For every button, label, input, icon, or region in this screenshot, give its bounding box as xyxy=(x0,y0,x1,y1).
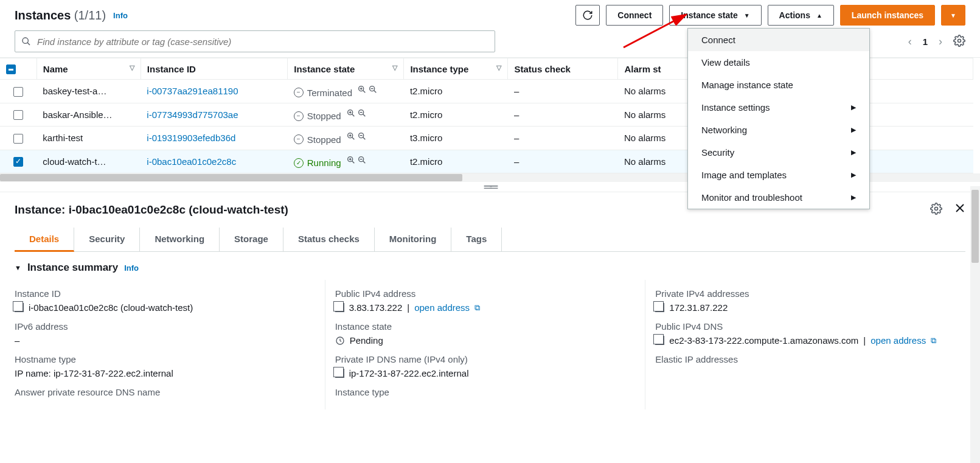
actions-menu-item-networking[interactable]: Networking▶ xyxy=(688,119,869,141)
launch-instances-button[interactable]: Launch instances xyxy=(840,5,935,26)
cell-name: baskar-Ansible… xyxy=(36,103,141,127)
svg-line-8 xyxy=(374,90,376,92)
instance-id-link[interactable]: i-07734993d775703ae xyxy=(147,110,238,120)
state-icon: ✓ xyxy=(294,158,304,168)
svg-line-1 xyxy=(27,43,30,45)
cell-name: cloud-watch-t… xyxy=(36,150,141,173)
vertical-scrollbar[interactable] xyxy=(970,186,980,463)
row-checkbox[interactable] xyxy=(13,87,23,97)
refresh-button[interactable] xyxy=(575,5,600,26)
actions-menu-item-security[interactable]: Security▶ xyxy=(688,141,869,164)
cell-type: t2.micro xyxy=(404,103,508,127)
menu-item-label: Instance settings xyxy=(701,102,770,113)
header-checkbox[interactable] xyxy=(6,64,16,74)
tab-tags[interactable]: Tags xyxy=(451,228,502,251)
sort-icon: ▽ xyxy=(130,64,134,72)
col-header-check[interactable] xyxy=(0,58,36,80)
tab-storage[interactable]: Storage xyxy=(220,228,283,251)
sep: | xyxy=(863,335,866,346)
actions-menu-item-monitor-and-troubleshoot[interactable]: Monitor and troubleshoot▶ xyxy=(688,186,869,209)
tab-monitoring[interactable]: Monitoring xyxy=(375,228,451,251)
col-type-label: Instance type xyxy=(410,64,468,74)
details-title: Instance: i-0bac10ea01c0e2c8c (cloud-wat… xyxy=(15,197,288,223)
actions-button[interactable]: Actions ▲ xyxy=(768,5,834,26)
svg-line-22 xyxy=(363,137,365,139)
page-title: Instances (1/11) xyxy=(15,9,106,23)
state-filter-icons[interactable] xyxy=(346,155,367,165)
field-hostname-type-value: IP name: ip-172-31-87-222.ec2.internal xyxy=(15,368,315,378)
menu-item-label: View details xyxy=(701,57,750,68)
cell-status: – xyxy=(508,80,618,103)
scrollbar-thumb[interactable] xyxy=(0,174,462,181)
col-header-status[interactable]: Status check xyxy=(508,58,618,80)
open-address-link[interactable]: open address xyxy=(414,302,470,313)
tab-details[interactable]: Details xyxy=(15,228,74,252)
tab-status-checks[interactable]: Status checks xyxy=(283,228,375,251)
pager-next[interactable]: › xyxy=(939,35,942,48)
instance-id-link[interactable]: i-00737aa291ea81190 xyxy=(147,86,238,96)
search-icon xyxy=(21,37,31,46)
col-header-type[interactable]: Instance type▽ xyxy=(404,58,508,80)
tab-networking[interactable]: Networking xyxy=(140,228,220,251)
actions-menu-item-connect[interactable]: Connect xyxy=(688,29,869,51)
field-instance-state-value: Pending xyxy=(335,335,636,346)
row-checkbox[interactable] xyxy=(13,134,23,144)
pending-icon xyxy=(335,336,345,346)
caret-down-icon: ▼ xyxy=(744,12,750,19)
submenu-caret-icon: ▶ xyxy=(851,171,856,179)
sort-icon: ▽ xyxy=(392,64,397,72)
summary-columns: Instance ID i-0bac10ea01c0e2c8c (cloud-w… xyxy=(15,280,965,409)
state-badge: − Terminated xyxy=(294,88,352,98)
caret-down-icon: ▼ xyxy=(950,12,956,19)
copy-icon[interactable] xyxy=(15,303,24,312)
cell-name: baskey-test-a… xyxy=(36,80,141,103)
pager: ‹ 1 › xyxy=(908,35,965,49)
details-settings-button[interactable] xyxy=(930,203,942,218)
settings-button[interactable] xyxy=(953,35,965,49)
sort-icon: ▽ xyxy=(496,64,501,72)
pager-prev[interactable]: ‹ xyxy=(908,35,912,48)
actions-menu-item-manage-instance-state[interactable]: Manage instance state xyxy=(688,74,869,96)
public-ipv4-text: 3.83.173.222 xyxy=(349,302,403,313)
state-filter-icons[interactable] xyxy=(346,108,367,118)
actions-menu-item-instance-settings[interactable]: Instance settings▶ xyxy=(688,96,869,119)
actions-menu: ConnectView detailsManage instance state… xyxy=(687,28,870,209)
actions-menu-item-image-and-templates[interactable]: Image and templates▶ xyxy=(688,164,869,186)
state-filter-icons[interactable] xyxy=(357,85,378,94)
summary-info-link[interactable]: Info xyxy=(124,263,139,273)
menu-item-label: Image and templates xyxy=(701,170,787,180)
col-header-id[interactable]: Instance ID xyxy=(141,58,287,80)
row-checkbox[interactable] xyxy=(13,157,23,167)
copy-icon[interactable] xyxy=(655,336,664,345)
instance-id-link[interactable]: i-019319903efedb36d xyxy=(147,133,235,143)
sep: | xyxy=(407,302,409,313)
open-address-link-2[interactable]: open address xyxy=(871,335,926,346)
copy-icon[interactable] xyxy=(655,303,664,312)
col-header-name[interactable]: Name▽ xyxy=(36,58,141,80)
info-link[interactable]: Info xyxy=(113,11,128,20)
instance-id-link[interactable]: i-0bac10ea01c0e2c8c xyxy=(147,156,236,167)
row-checkbox[interactable] xyxy=(13,110,23,120)
submenu-caret-icon: ▶ xyxy=(851,193,856,201)
menu-item-label: Security xyxy=(701,147,734,158)
search-input[interactable] xyxy=(36,36,488,47)
actions-menu-item-view-details[interactable]: View details xyxy=(688,51,869,74)
details-close-button[interactable] xyxy=(954,203,965,218)
menu-item-label: Manage instance state xyxy=(701,80,793,90)
details-pane: Instance: i-0bac10ea01c0e2c8c (cloud-wat… xyxy=(0,192,980,409)
state-filter-icons[interactable] xyxy=(346,131,367,141)
summary-header[interactable]: ▼ Instance summary Info xyxy=(15,252,965,280)
tab-security[interactable]: Security xyxy=(74,228,140,251)
instance-state-button[interactable]: Instance state ▼ xyxy=(669,5,761,26)
search-box[interactable] xyxy=(15,30,495,52)
scrollbar-thumb[interactable] xyxy=(971,190,979,263)
connect-button[interactable]: Connect xyxy=(606,5,663,26)
col-name-label: Name xyxy=(43,64,68,74)
launch-dropdown-button[interactable]: ▼ xyxy=(941,5,965,26)
cell-status: – xyxy=(508,150,618,173)
copy-icon[interactable] xyxy=(335,369,344,378)
menu-item-label: Connect xyxy=(701,35,735,45)
field-public-dns-label: Public IPv4 DNS xyxy=(655,321,956,332)
col-header-state[interactable]: Instance state▽ xyxy=(288,58,404,80)
copy-icon[interactable] xyxy=(335,303,344,312)
